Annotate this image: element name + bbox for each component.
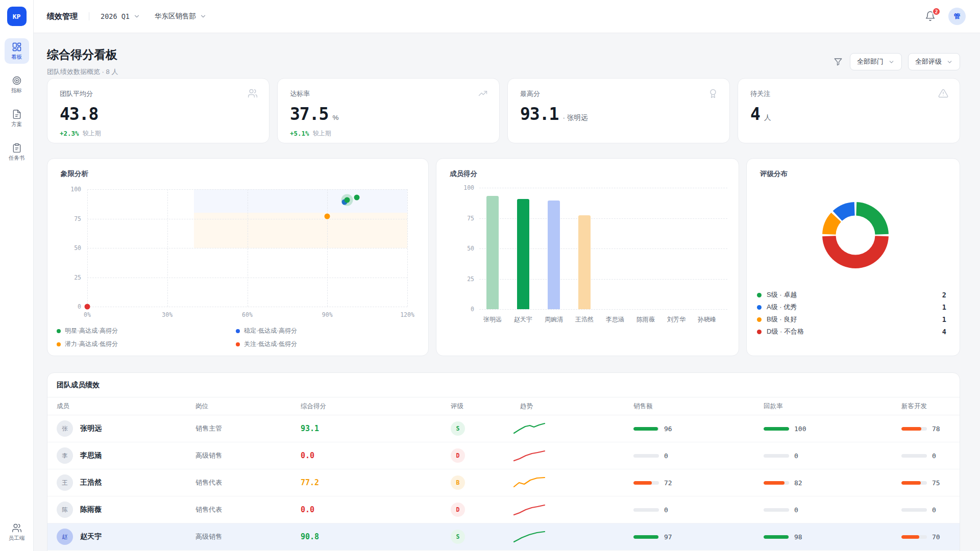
metric-value: 0 [932, 452, 936, 460]
sidebar-item-employee[interactable]: 员工端 [5, 519, 29, 545]
target-icon [12, 76, 22, 86]
sales-metric: 97 [633, 533, 764, 541]
quadrant-analysis-chart: 象限分析10075502500%30%60%90%120%明星·高达成·高得分稳… [47, 158, 429, 356]
member-name: 张明远 [80, 424, 102, 433]
sidebar-item-plans[interactable]: 方案 [5, 106, 29, 131]
legend-dot [757, 330, 762, 334]
sidebar-item-label: 看板 [11, 54, 22, 61]
grade-filter[interactable]: 全部评级 [908, 53, 960, 70]
trend-cell [520, 476, 633, 489]
bar-赵天宇[interactable] [517, 199, 529, 309]
member-cell: 张张明远 [57, 420, 195, 437]
sidebar-item-label: 任务书 [9, 155, 25, 162]
notifications-button[interactable]: 2 [925, 11, 936, 22]
stat-card-label: 团队平均分 [60, 89, 257, 98]
avatar: 李 [57, 447, 73, 464]
stat-card-delta-row: +2.3%较上期 [60, 129, 257, 138]
progress-bar [633, 427, 659, 431]
users-icon [248, 88, 258, 98]
stat-card-value: 4 [750, 104, 760, 124]
legend-item[interactable]: D级 · 不合格4 [757, 325, 946, 338]
donut-slice[interactable] [856, 202, 889, 235]
scatter-point[interactable] [85, 304, 90, 310]
filter-funnel-icon[interactable] [834, 57, 843, 66]
new-customers-metric: 0 [901, 506, 960, 514]
scatter-point[interactable] [354, 195, 359, 201]
legend-item[interactable]: 明星·高达成·高得分 [57, 327, 236, 335]
scatter-point[interactable] [345, 197, 350, 203]
sidebar-item-tasks[interactable]: 任务书 [5, 139, 29, 165]
y-axis-tick: 50 [57, 244, 81, 252]
scatter-legend: 明星·高达成·高得分稳定·低达成·高得分潜力·高达成·低得分关注·低达成·低得分 [57, 327, 415, 348]
progress-fill [633, 427, 658, 431]
team-performance-table: 团队成员绩效 成员岗位综合得分评级趋势销售额回款率新客开发 张张明远销售主管93… [47, 372, 960, 551]
progress-bar [764, 508, 789, 512]
member-cell: 赵赵天宇 [57, 529, 195, 545]
legend-label: S级 · 卓越 [767, 290, 797, 299]
table-title: 团队成员绩效 [47, 373, 960, 397]
grade-badge: B [451, 475, 465, 490]
clipboard-icon [12, 143, 22, 153]
metric-value: 70 [932, 533, 940, 541]
member-role: 销售主管 [195, 424, 301, 433]
bar-张明远[interactable] [486, 196, 499, 309]
avatar[interactable]: 管 [948, 8, 966, 25]
sales-metric: 0 [633, 506, 764, 514]
metric-value: 0 [794, 452, 798, 460]
stat-cards-row: 团队平均分43.8+2.3%较上期达标率37.5%+5.1%较上期最高分93.1… [47, 78, 960, 143]
progress-bar [633, 454, 659, 458]
scatter-point[interactable] [325, 213, 330, 219]
metric-value: 96 [664, 425, 672, 433]
table-row[interactable]: 张张明远销售主管93.1S9610078 [47, 415, 960, 442]
table-row[interactable]: 王王浩然销售代表77.2B728275 [47, 469, 960, 496]
stat-card-suffix: · 张明远 [562, 113, 587, 122]
legend-item[interactable]: S级 · 卓越2 [757, 289, 946, 301]
grade-badge: D [451, 503, 465, 517]
progress-bar [764, 427, 789, 431]
topbar: 绩效管理 2026 Q1 华东区销售部 2 管 [34, 0, 980, 33]
gridline [167, 189, 168, 307]
sales-metric: 96 [633, 425, 764, 433]
app-logo[interactable]: KP [7, 7, 27, 26]
column-header: 销售额 [633, 402, 764, 411]
y-axis-tick: 100 [57, 186, 81, 193]
donut-slice[interactable] [822, 236, 889, 268]
table-row[interactable]: 赵赵天宇高级销售90.8S979870 [47, 523, 960, 550]
legend-item[interactable]: 关注·低达成·低得分 [236, 340, 415, 348]
table-row[interactable]: 李李思涵高级销售0.0D000 [47, 442, 960, 469]
metric-value: 82 [794, 479, 802, 487]
y-axis-tick: 100 [447, 184, 474, 191]
metric-value: 0 [794, 506, 798, 514]
file-icon [12, 109, 22, 119]
sales-metric: 0 [633, 452, 764, 460]
legend-label: B级 · 良好 [767, 315, 797, 324]
trend-sparkline [513, 422, 546, 435]
legend-item[interactable]: 潜力·高达成·低得分 [57, 340, 236, 348]
stat-card-value: 43.8 [60, 104, 98, 124]
trend-up-icon [478, 88, 488, 98]
table-row[interactable]: 陈陈雨薇销售代表0.0D000 [47, 496, 960, 523]
page-title: 综合得分看板 [47, 47, 118, 63]
stat-card-3: 最高分93.1· 张明远 [507, 78, 730, 143]
sidebar-item-metrics[interactable]: 指标 [5, 72, 29, 97]
legend-item[interactable]: B级 · 良好1 [757, 313, 946, 325]
sidebar-item-dashboard[interactable]: 看板 [5, 38, 29, 64]
bar-王浩然[interactable] [578, 215, 591, 309]
stat-card-label: 最高分 [520, 89, 717, 98]
legend-item[interactable]: A级 · 优秀1 [757, 301, 946, 313]
department-dropdown[interactable]: 华东区销售部 [155, 12, 207, 21]
stat-card-1: 团队平均分43.8+2.3%较上期 [47, 78, 270, 143]
member-role: 高级销售 [195, 532, 301, 541]
grade-distribution-chart: 评级分布S级 · 卓越2A级 · 优秀1B级 · 良好1D级 · 不合格4 [746, 158, 960, 356]
trend-cell [520, 503, 633, 516]
legend-item[interactable]: 稳定·低达成·高得分 [236, 327, 415, 335]
sidebar-item-label: 指标 [11, 87, 22, 94]
grade-cell: B [451, 475, 520, 490]
legend-count: 2 [942, 291, 946, 299]
topbar-divider [89, 12, 89, 20]
chevron-down-icon [946, 59, 953, 65]
trend-cell [520, 422, 633, 435]
period-dropdown[interactable]: 2026 Q1 [101, 12, 140, 20]
bar-周婉清[interactable] [548, 201, 560, 309]
department-filter[interactable]: 全部部门 [850, 53, 902, 70]
